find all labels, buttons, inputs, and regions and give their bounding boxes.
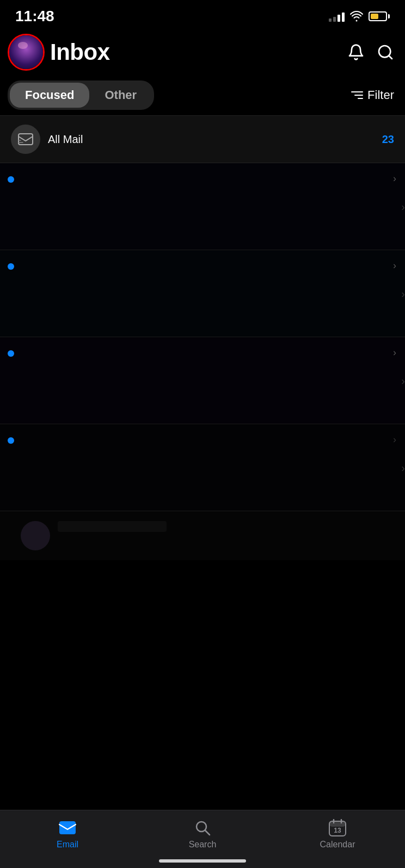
svg-rect-3 [59, 821, 76, 834]
wifi-icon [350, 11, 363, 22]
svg-rect-2 [19, 134, 33, 145]
unread-indicator-4 [8, 437, 14, 444]
tab-focused[interactable]: Focused [10, 83, 89, 108]
nav-email[interactable]: Email [35, 818, 100, 850]
email-content-4: › [21, 434, 396, 449]
filter-icon [351, 91, 363, 99]
swipe-indicator-2: › [401, 287, 405, 300]
nav-search[interactable]: Search [170, 818, 235, 850]
bell-icon [347, 44, 365, 61]
email-item-4[interactable]: › › [0, 424, 405, 511]
search-icon [377, 44, 394, 61]
email-content-3: › [21, 347, 396, 362]
status-time: 11:48 [15, 8, 54, 25]
unread-indicator-2 [8, 263, 14, 270]
all-mail-label: All Mail [48, 133, 382, 146]
swipe-indicator-1: › [401, 200, 405, 213]
email-time-2: › [391, 260, 396, 271]
filter-label: Filter [367, 88, 394, 102]
unread-dot-wrapper-4 [8, 434, 21, 444]
unread-indicator [8, 176, 14, 183]
email-item-2[interactable]: › › [0, 250, 405, 337]
all-mail-count: 23 [382, 133, 394, 146]
signal-icon [329, 11, 345, 22]
header: Inbox [0, 29, 405, 77]
avatar[interactable] [8, 34, 45, 71]
email-time-1: › [391, 173, 396, 184]
nav-search-label: Search [189, 840, 217, 850]
nav-email-icon [58, 818, 77, 838]
unread-dot-wrapper [8, 173, 21, 183]
battery-icon [369, 11, 390, 21]
nav-search-icon [193, 818, 212, 838]
email-content-2: › [21, 260, 396, 275]
status-bar: 11:48 [0, 0, 405, 29]
all-mail-row[interactable]: All Mail 23 [0, 116, 405, 163]
status-icons [329, 11, 390, 22]
mail-icon [18, 133, 33, 146]
nav-calendar[interactable]: 13 Calendar [305, 818, 370, 850]
tab-other[interactable]: Other [89, 83, 152, 108]
inbox-title: Inbox [50, 39, 342, 65]
header-actions [347, 44, 394, 61]
svg-text:13: 13 [334, 827, 341, 834]
unread-indicator-3 [8, 350, 14, 357]
email-content-1: › [21, 173, 396, 188]
email-list: › › › › [0, 163, 405, 647]
email-item-3[interactable]: › › [0, 337, 405, 424]
home-indicator [159, 859, 246, 863]
all-mail-icon-wrap [11, 125, 40, 154]
search-button[interactable] [377, 44, 394, 61]
swipe-indicator-3: › [401, 374, 405, 387]
unread-dot-wrapper-2 [8, 260, 21, 270]
svg-line-5 [205, 830, 210, 835]
email-item-partial[interactable] [0, 511, 405, 560]
svg-rect-7 [329, 821, 346, 827]
notification-button[interactable] [347, 44, 365, 61]
svg-line-1 [389, 55, 392, 59]
email-item-1[interactable]: › › [0, 163, 405, 250]
unread-dot-wrapper-p [8, 521, 21, 524]
nav-calendar-icon: 13 [328, 818, 347, 838]
tabs-bar: Focused Other Filter [0, 77, 405, 115]
tab-group: Focused Other [8, 80, 154, 110]
unread-dot-wrapper-3 [8, 347, 21, 357]
email-time-3: › [391, 347, 396, 358]
nav-calendar-label: Calendar [320, 840, 355, 850]
filter-button[interactable]: Filter [351, 88, 394, 102]
email-time-4: › [391, 434, 396, 445]
swipe-indicator-4: › [401, 461, 405, 474]
nav-email-label: Email [57, 840, 78, 850]
